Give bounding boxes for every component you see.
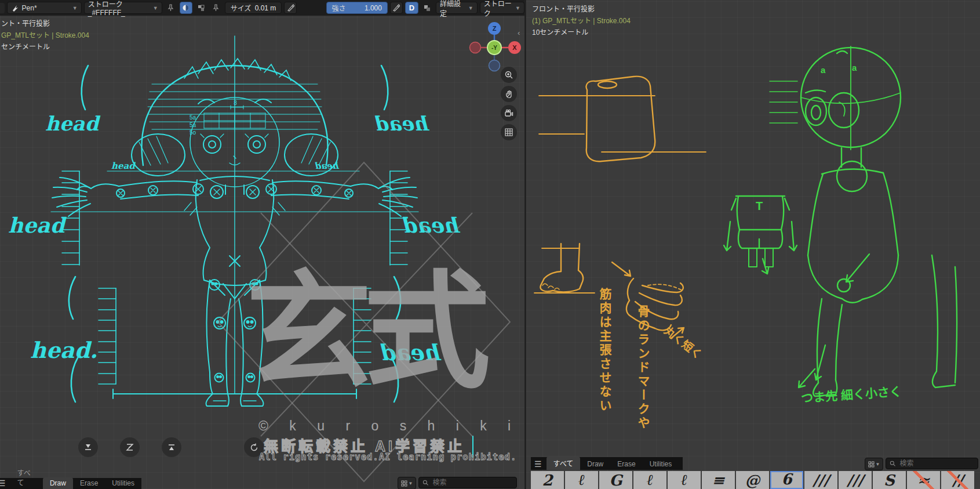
display-mode-button[interactable]: ▼ (398, 477, 416, 489)
snap-down-button[interactable] (78, 437, 98, 457)
sidebar-collapse-arrow[interactable]: ‹ (518, 28, 520, 37)
brush-thumbnail-eraser[interactable]: // (941, 471, 974, 489)
brush-thumbnail[interactable]: ℓ (565, 471, 598, 489)
refresh-icon (249, 443, 259, 452)
material-sphere-icon (182, 4, 190, 12)
svg-text:Z: Z (493, 25, 497, 32)
tab-erase[interactable]: Erase (73, 477, 105, 489)
brush-panel-tabs-right: ☰ すべて Draw Erase Utilities (531, 457, 683, 470)
strength-label: 強さ (332, 3, 346, 13)
head-label-mirrored: head (377, 112, 430, 135)
brush-thumbnail-eraser[interactable]: ≈ (907, 471, 940, 489)
active-tool-dropdown[interactable]: Pen* ▼ (7, 2, 82, 14)
pan-button[interactable] (501, 86, 517, 102)
head-mark-a: a (852, 63, 857, 73)
brush-strength-slider[interactable]: 強さ 1.000 (326, 2, 388, 14)
strength-pressure-button[interactable] (390, 2, 403, 14)
view-scale: センチメートル (1, 41, 89, 53)
active-tool-label: Pen* (22, 4, 37, 12)
measure-label: 5a (190, 114, 196, 121)
view-scale: 10センチメートル (532, 27, 631, 38)
measure-label: 5a (190, 122, 196, 128)
tab-erase[interactable]: Erase (610, 458, 642, 470)
vertex-color-icon[interactable] (195, 2, 207, 14)
strength-value: 1.000 (365, 4, 382, 12)
tab-all[interactable]: すべて (10, 466, 43, 489)
tab-utilities[interactable]: Utilities (105, 477, 141, 489)
viewport-left[interactable]: ント・平行投影 GP_MTLセット | Stroke.004 センチメートル (0, 16, 524, 489)
search-field-right[interactable] (886, 458, 978, 469)
grid-toggle-button[interactable] (501, 124, 517, 140)
gizmo-axis-z-neg[interactable] (489, 60, 500, 71)
grease-pencil-toolbar: Pen* ▼ ストローク_#FFFFFF_ ▼ サイズ 0.01 m (0, 0, 524, 16)
overlap-strokes-icon[interactable] (421, 2, 433, 14)
brush-thumbnail-selected[interactable]: 6 (770, 471, 803, 489)
tab-draw[interactable]: Draw (43, 477, 73, 489)
editor-type-icon[interactable] (0, 3, 5, 13)
head-mark-a: a (821, 65, 826, 75)
stroke-menu-dropdown[interactable]: ストローク ▼ (480, 2, 524, 14)
pin-brush-icon[interactable] (210, 2, 223, 14)
head-label: head (45, 112, 99, 135)
gizmo-axis-x-neg[interactable] (470, 42, 481, 53)
camera-view-button[interactable] (501, 105, 517, 121)
draw-on-back-toggle[interactable]: D (405, 2, 418, 14)
navigation-gizmo[interactable]: Z X -Y (464, 19, 524, 74)
brush-thumbnail[interactable]: /// (804, 471, 837, 489)
display-mode-button[interactable]: ▼ (865, 458, 883, 470)
camera-icon (504, 108, 513, 118)
snap-up-button[interactable] (162, 437, 181, 457)
material-mode-toggle[interactable] (180, 2, 192, 14)
blender-window: Pen* ▼ ストローク_#FFFFFF_ ▼ サイズ 0.01 m (0, 0, 980, 489)
note-muscles: 筋肉は主張させない (596, 288, 613, 413)
head-label: head. (30, 337, 97, 363)
search-input-right[interactable] (898, 459, 974, 468)
refresh-button[interactable] (244, 437, 264, 457)
brush-thumbnail[interactable]: 2 (531, 471, 564, 489)
brush-thumbnail[interactable]: ℓ (668, 471, 701, 489)
grease-pencil-tool-icon (11, 4, 19, 12)
brush-thumbnail[interactable]: S (873, 471, 906, 489)
triangle-down-bar-icon (83, 443, 93, 452)
stylus-icon (392, 4, 400, 12)
search-input-left[interactable] (432, 478, 513, 487)
viewport-left-overlay: ント・平行投影 GP_MTLセット | Stroke.004 センチメートル (1, 18, 89, 53)
tab-utilities[interactable]: Utilities (643, 458, 679, 470)
head-label-mirrored: head (382, 339, 442, 365)
advanced-settings-label: 詳細設定 (440, 0, 465, 18)
brush-thumbnail[interactable]: /// (839, 471, 872, 489)
magnifier-plus-icon (504, 70, 513, 79)
brush-size-slider[interactable]: サイズ 0.01 m (225, 2, 282, 14)
stroke-menu-label: ストローク (484, 0, 512, 18)
grid-view-icon (868, 461, 875, 468)
measure-label: 5o (190, 129, 196, 136)
head-label-mirrored: head (405, 213, 461, 237)
material-dropdown[interactable]: ストローク_#FFFFFF_ ▼ (84, 2, 162, 14)
tab-all[interactable]: すべて (547, 457, 581, 470)
brush-thumbnail[interactable]: G (599, 471, 632, 489)
grid-icon (504, 128, 513, 137)
tab-draw[interactable]: Draw (580, 458, 610, 470)
material-name: ストローク_#FFFFFF_ (88, 0, 150, 17)
brush-thumbnail[interactable]: ℓ (633, 471, 666, 489)
pin-material-icon[interactable] (165, 2, 177, 14)
search-icon (422, 479, 429, 486)
advanced-settings-dropdown[interactable]: 詳細設定 ▼ (436, 2, 478, 14)
interpolate-button[interactable] (120, 437, 140, 457)
brush-thumbnail[interactable]: @ (736, 471, 769, 489)
zoom-button[interactable] (501, 67, 517, 83)
brush-thumbnail[interactable]: ≡ (702, 471, 735, 489)
size-pressure-button[interactable] (284, 2, 297, 14)
viewport-controls (501, 67, 517, 140)
zigzag-stroke-icon (125, 443, 134, 452)
menu-icon[interactable]: ☰ (531, 459, 547, 470)
svg-text:X: X (512, 44, 517, 51)
viewport-divider[interactable] (524, 0, 526, 489)
menu-icon[interactable]: ☰ (0, 479, 10, 489)
search-field-left[interactable] (418, 477, 517, 488)
reference-sketches: a a T (526, 0, 980, 489)
viewport-right[interactable]: フロント・平行投影 (1) GP_MTLセット | Stroke.004 10セ… (526, 0, 980, 489)
view-name: フロント・平行投影 (532, 3, 631, 15)
triangle-up-bar-icon (167, 443, 176, 452)
viewport-right-overlay: フロント・平行投影 (1) GP_MTLセット | Stroke.004 10セ… (532, 3, 631, 38)
